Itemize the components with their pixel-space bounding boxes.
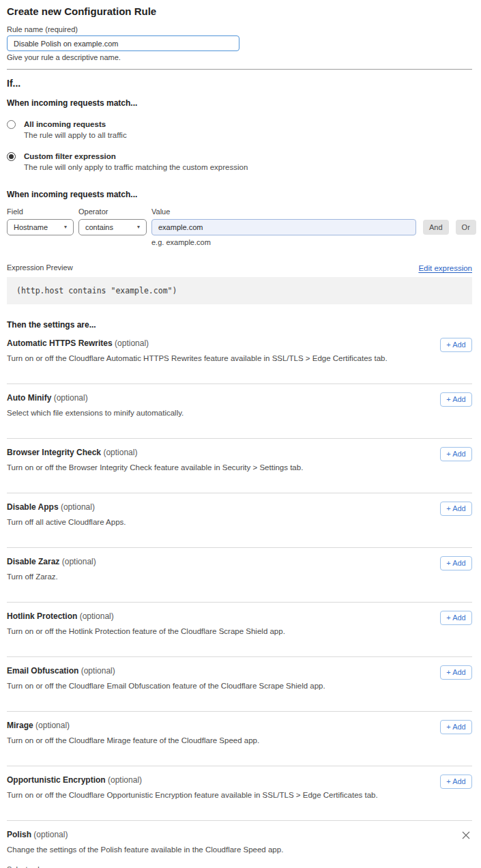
operator-select-value: contains [85,223,113,231]
rule-name-group: Rule name (required) Give your rule a de… [7,25,472,62]
field-select-value: Hostname [14,223,48,231]
setting-browser-integrity-check: Browser Integrity Check (optional) + Add… [7,439,472,493]
rule-name-helper: Give your rule a descriptive name. [7,53,472,62]
setting-title-text: Disable Apps [7,502,59,512]
incoming-requests-match-label: When incoming requests match... [7,98,472,108]
setting-title: Disable Apps (optional) [7,502,472,512]
and-button[interactable]: And [423,220,449,235]
setting-title: Polish (optional) [7,830,472,840]
setting-optional-text: (optional) [35,721,70,730]
edit-expression-link[interactable]: Edit expression [418,264,472,272]
add-disable-zaraz-button[interactable]: + Add [440,556,472,570]
setting-title-text: Email Obfuscation [7,666,78,676]
setting-title-text: Browser Integrity Check [7,448,101,457]
setting-title: Automatic HTTPS Rewrites (optional) [7,338,472,349]
setting-mirage: Mirage (optional) + Add Turn on or off t… [7,712,472,766]
setting-title-text: Hotlink Protection [7,611,77,621]
setting-description: Turn off Zaraz. [7,573,416,581]
if-heading: If... [7,78,472,89]
operator-select[interactable]: contains ▾ [78,219,147,235]
setting-description: Turn on or off the Hotlink Protection fe… [7,627,416,636]
close-icon [461,830,471,840]
setting-description: Turn off all active Cloudflare Apps. [7,518,416,527]
radio-custom-filter-expression[interactable]: Custom filter expression The rule will o… [7,151,472,172]
setting-description: Change the settings of the Polish featur… [7,845,416,854]
setting-title-text: Disable Zaraz [7,557,59,566]
radio-description: The rule will only apply to traffic matc… [24,162,248,172]
remove-polish-button[interactable] [461,830,471,840]
setting-optional-text: (optional) [54,393,88,403]
setting-title: Email Obfuscation (optional) [7,666,472,676]
radio-label: All incoming requests [24,119,127,129]
rule-name-label: Rule name (required) [7,25,472,34]
setting-description: Turn on or off the Cloudflare Mirage fea… [7,736,416,745]
create-configuration-rule-form: Create new Configuration Rule Rule name … [0,0,481,868]
setting-opportunistic-encryption: Opportunistic Encryption (optional) + Ad… [7,766,472,821]
setting-title: Hotlink Protection (optional) [7,611,472,622]
add-hotlink-protection-button[interactable]: + Add [440,611,472,625]
value-label: Value [151,207,416,216]
operator-label: Operator [78,207,151,216]
section-divider [7,69,472,70]
chevron-down-icon: ▾ [64,225,67,230]
rule-name-input[interactable] [7,35,239,51]
radio-all-incoming-requests[interactable]: All incoming requests The rule will appl… [7,119,472,140]
setting-description: Turn on or off the Cloudflare Opportunis… [7,791,416,800]
field-label: Field [7,207,78,216]
setting-auto-minify: Auto Minify (optional) + Add Select whic… [7,384,472,439]
field-select[interactable]: Hostname ▾ [7,219,74,235]
setting-optional-text: (optional) [115,338,149,348]
setting-optional-text: (optional) [33,830,68,839]
setting-email-obfuscation: Email Obfuscation (optional) + Add Turn … [7,657,472,712]
setting-disable-zaraz: Disable Zaraz (optional) + Add Turn off … [7,548,472,603]
add-opportunistic-encryption-button[interactable]: + Add [440,775,472,789]
setting-title: Opportunistic Encryption (optional) [7,775,472,785]
setting-title-text: Automatic HTTPS Rewrites [7,338,113,348]
setting-title: Disable Zaraz (optional) [7,557,472,567]
add-browser-integrity-check-button[interactable]: + Add [440,447,472,461]
radio-unselected-icon[interactable] [7,120,16,129]
setting-description: Turn on or off the Browser Integrity Che… [7,463,416,472]
setting-optional-text: (optional) [80,611,114,621]
setting-title-text: Auto Minify [7,393,51,403]
expression-preview-code: (http.host contains "example.com") [7,277,472,304]
expression-preview-row: Expression Preview Edit expression [7,263,472,272]
or-button[interactable]: Or [456,220,476,235]
add-email-obfuscation-button[interactable]: + Add [440,665,472,680]
value-helper: e.g. example.com [151,238,472,247]
setting-title-text: Mirage [7,721,33,730]
value-input[interactable] [151,219,416,235]
setting-automatic-https-rewrites: Automatic HTTPS Rewrites (optional) + Ad… [7,330,472,384]
page-title: Create new Configuration Rule [7,5,472,18]
expression-preview-label: Expression Preview [7,263,73,272]
then-settings-heading: Then the settings are... [7,320,472,330]
setting-optional-text: (optional) [62,557,96,566]
radio-selected-icon[interactable] [7,152,16,161]
select-value-label: Select value [7,865,472,868]
add-disable-apps-button[interactable]: + Add [440,502,472,516]
setting-title: Browser Integrity Check (optional) [7,448,472,458]
setting-disable-apps: Disable Apps (optional) + Add Turn off a… [7,493,472,548]
setting-optional-text: (optional) [61,502,95,512]
radio-description: The rule will apply to all traffic [24,130,127,140]
incoming-requests-match-label-2: When incoming requests match... [7,190,472,199]
setting-optional-text: (optional) [108,775,142,785]
setting-description: Turn on or off the Cloudflare Email Obfu… [7,682,416,691]
setting-hotlink-protection: Hotlink Protection (optional) + Add Turn… [7,603,472,657]
setting-title-text: Polish [7,830,31,839]
add-auto-minify-button[interactable]: + Add [440,392,472,407]
expression-builder-row: Field Hostname ▾ Operator contains ▾ Val… [7,207,472,235]
setting-description: Turn on or off the Cloudflare Automatic … [7,354,416,363]
setting-optional-text: (optional) [103,448,137,457]
setting-title-text: Opportunistic Encryption [7,775,106,785]
setting-optional-text: (optional) [81,666,115,676]
setting-title: Mirage (optional) [7,721,472,731]
setting-description: Select which file extensions to minify a… [7,409,416,418]
setting-title: Auto Minify (optional) [7,393,472,403]
add-automatic-https-rewrites-button[interactable]: + Add [440,338,472,352]
add-mirage-button[interactable]: + Add [440,720,472,734]
radio-label: Custom filter expression [24,151,248,161]
chevron-down-icon: ▾ [137,225,140,230]
setting-polish: Polish (optional) Change the settings of… [7,821,472,868]
